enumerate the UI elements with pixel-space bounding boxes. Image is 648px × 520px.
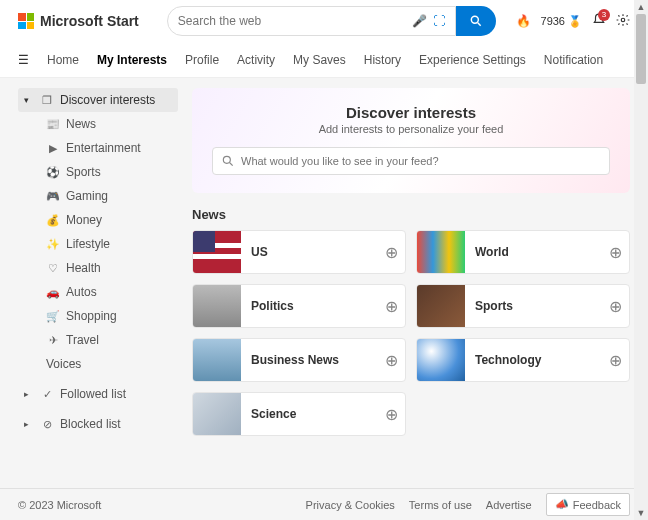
sidebar-item[interactable]: ✈Travel — [18, 328, 178, 352]
sidebar-item[interactable]: 🛒Shopping — [18, 304, 178, 328]
svg-line-1 — [477, 23, 480, 26]
search-box[interactable]: 🎤 ⛶ — [167, 6, 456, 36]
add-button[interactable]: ⊕ — [377, 351, 405, 370]
caret-down-icon: ▾ — [24, 95, 34, 105]
sidebar-voices[interactable]: Voices — [18, 352, 178, 376]
footer-link[interactable]: Terms of use — [409, 499, 472, 511]
card-thumb — [417, 338, 465, 382]
logo-text: Microsoft Start — [40, 13, 139, 29]
notifications-button[interactable]: 3 — [592, 13, 606, 30]
sidebar-item[interactable]: ♡Health — [18, 256, 178, 280]
nav-item[interactable]: Notification — [544, 53, 603, 67]
card-thumb — [417, 284, 465, 328]
interest-card[interactable]: Technology⊕ — [416, 338, 630, 382]
check-circle-icon: ✓ — [40, 388, 54, 401]
footer-link[interactable]: Advertise — [486, 499, 532, 511]
interest-card[interactable]: Sports⊕ — [416, 284, 630, 328]
nav-item[interactable]: Experience Settings — [419, 53, 526, 67]
footer-link[interactable]: Privacy & Cookies — [306, 499, 395, 511]
scroll-up-icon[interactable]: ▲ — [637, 0, 646, 14]
category-icon: 🚗 — [46, 286, 60, 299]
svg-line-4 — [230, 163, 233, 166]
gear-icon — [616, 13, 630, 27]
add-button[interactable]: ⊕ — [601, 351, 629, 370]
nav-item[interactable]: History — [364, 53, 401, 67]
card-thumb — [193, 338, 241, 382]
interest-card[interactable]: US⊕ — [192, 230, 406, 274]
settings-button[interactable] — [616, 13, 630, 30]
category-icon: ✈ — [46, 334, 60, 347]
nav-item[interactable]: Activity — [237, 53, 275, 67]
sidebar-blocked[interactable]: ▸ ⊘ Blocked list — [18, 412, 178, 436]
search-icon — [221, 154, 235, 168]
add-button[interactable]: ⊕ — [377, 405, 405, 424]
mic-icon[interactable]: 🎤 — [412, 14, 427, 28]
category-icon: 📰 — [46, 118, 60, 131]
category-icon: 🎮 — [46, 190, 60, 203]
sidebar-followed[interactable]: ▸ ✓ Followed list — [18, 382, 178, 406]
hero: Discover interests Add interests to pers… — [192, 88, 630, 193]
lens-icon[interactable]: ⛶ — [433, 14, 445, 28]
sidebar-item[interactable]: 🚗Autos — [18, 280, 178, 304]
points[interactable]: 7936 🏅 — [541, 15, 582, 28]
svg-point-2 — [621, 18, 625, 22]
add-button[interactable]: ⊕ — [377, 243, 405, 262]
category-icon: 🛒 — [46, 310, 60, 323]
card-label: Politics — [241, 299, 377, 313]
microsoft-logo-icon — [18, 13, 34, 29]
nav-item[interactable]: Home — [47, 53, 79, 67]
feedback-button[interactable]: 📣 Feedback — [546, 493, 630, 516]
hero-search[interactable] — [212, 147, 610, 175]
category-icon: ✨ — [46, 238, 60, 251]
scroll-thumb[interactable] — [636, 14, 646, 84]
footer: © 2023 Microsoft Privacy & Cookies Terms… — [0, 488, 648, 520]
card-label: World — [465, 245, 601, 259]
caret-right-icon: ▸ — [24, 419, 34, 429]
interest-card[interactable]: Science⊕ — [192, 392, 406, 436]
card-label: Science — [241, 407, 377, 421]
hero-search-input[interactable] — [241, 155, 601, 167]
cards-grid: US⊕World⊕Politics⊕Sports⊕Business News⊕T… — [192, 230, 630, 436]
card-thumb — [417, 230, 465, 274]
search-input[interactable] — [178, 14, 412, 28]
card-thumb — [193, 230, 241, 274]
sidebar-item[interactable]: ✨Lifestyle — [18, 232, 178, 256]
sidebar-item[interactable]: 🎮Gaming — [18, 184, 178, 208]
compass-icon: ❐ — [40, 94, 54, 107]
nav-item[interactable]: My Interests — [97, 53, 167, 67]
content: ▾ ❐ Discover interests 📰News▶Entertainme… — [0, 78, 648, 488]
add-button[interactable]: ⊕ — [601, 297, 629, 316]
sidebar-item[interactable]: ⚽Sports — [18, 160, 178, 184]
streak-icon[interactable]: 🔥 — [516, 14, 531, 28]
card-label: US — [241, 245, 377, 259]
scrollbar[interactable]: ▲ ▼ — [634, 0, 648, 520]
card-label: Sports — [465, 299, 601, 313]
search-button[interactable] — [456, 6, 496, 36]
notification-badge: 3 — [598, 9, 610, 21]
sidebar: ▾ ❐ Discover interests 📰News▶Entertainme… — [18, 88, 178, 478]
add-button[interactable]: ⊕ — [601, 243, 629, 262]
sidebar-discover[interactable]: ▾ ❐ Discover interests — [18, 88, 178, 112]
card-label: Technology — [465, 353, 601, 367]
interest-card[interactable]: Politics⊕ — [192, 284, 406, 328]
nav-item[interactable]: Profile — [185, 53, 219, 67]
scroll-down-icon[interactable]: ▼ — [637, 506, 646, 520]
sidebar-item[interactable]: ▶Entertainment — [18, 136, 178, 160]
nav-bar: ☰ HomeMy InterestsProfileActivityMy Save… — [0, 42, 648, 78]
interest-card[interactable]: Business News⊕ — [192, 338, 406, 382]
section-title: News — [192, 207, 630, 222]
sidebar-item[interactable]: 💰Money — [18, 208, 178, 232]
add-button[interactable]: ⊕ — [377, 297, 405, 316]
caret-right-icon: ▸ — [24, 389, 34, 399]
header: Microsoft Start 🎤 ⛶ 🔥 7936 🏅 3 — [0, 0, 648, 42]
nav-item[interactable]: My Saves — [293, 53, 346, 67]
interest-card[interactable]: World⊕ — [416, 230, 630, 274]
menu-button[interactable]: ☰ — [18, 53, 29, 67]
hero-title: Discover interests — [212, 104, 610, 121]
card-thumb — [193, 284, 241, 328]
card-label: Business News — [241, 353, 377, 367]
logo[interactable]: Microsoft Start — [18, 13, 139, 29]
category-icon: ⚽ — [46, 166, 60, 179]
megaphone-icon: 📣 — [555, 498, 569, 511]
sidebar-item[interactable]: 📰News — [18, 112, 178, 136]
